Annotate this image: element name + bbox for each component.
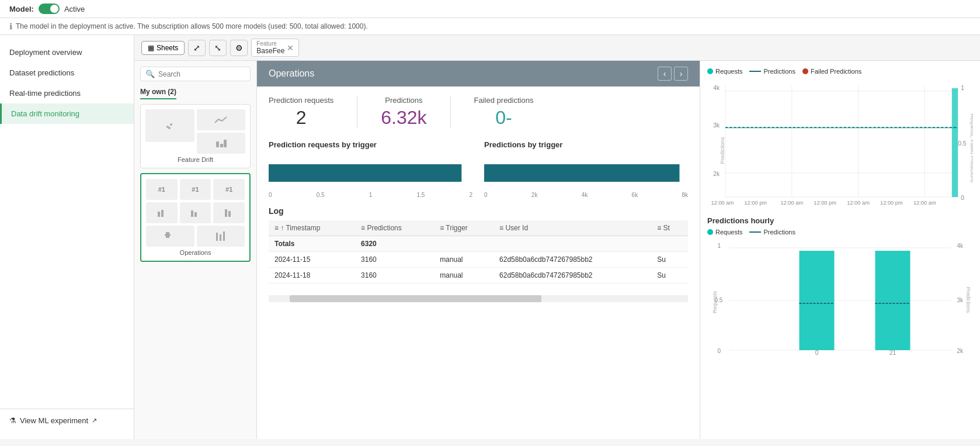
- svg-text:Requests: Requests: [712, 291, 718, 313]
- svg-text:3k: 3k: [713, 122, 720, 129]
- svg-rect-14: [223, 231, 225, 241]
- flask-icon: ⚗: [9, 416, 16, 425]
- axis-0: 0: [269, 192, 272, 198]
- model-label: Model:: [9, 5, 34, 13]
- svg-rect-12: [216, 233, 218, 241]
- content-area: ▦ Sheets ⤢ ⤡ ⚙ Feature BaseFee ✕ 🔍: [134, 35, 980, 439]
- time-series-chart: 4k 3k 2k 1 0.5 0 Predictions Requests, F…: [707, 78, 973, 207]
- svg-text:4k: 4k: [713, 85, 720, 91]
- info-bar: ℹ The model in the deployment is active.…: [0, 18, 980, 35]
- col-timestamp[interactable]: ≡ ↑ Timestamp: [269, 220, 355, 236]
- svg-text:3k: 3k: [957, 297, 964, 303]
- horizontal-scrollbar[interactable]: [269, 295, 688, 302]
- axis-p4k: 4k: [582, 192, 588, 198]
- svg-text:Requests, Failed Predictions: Requests, Failed Predictions: [969, 113, 973, 183]
- info-text: The model in the deployment is active. T…: [16, 22, 368, 30]
- svg-text:12:00 am: 12:00 am: [847, 200, 870, 206]
- row1-timestamp: 2024-11-15: [269, 252, 355, 268]
- sort-icon: ≡ ↑: [274, 224, 284, 232]
- svg-rect-11: [228, 211, 231, 217]
- predictions-stat: Predictions 6.32k: [381, 96, 426, 129]
- puzzle-icon-cell: [146, 226, 194, 247]
- col-status-icon: ≡: [657, 224, 661, 232]
- svg-text:12:00 pm: 12:00 pm: [744, 200, 767, 206]
- sidebar-item-realtime-predictions[interactable]: Real-time predictions: [0, 83, 134, 103]
- sheets-button[interactable]: ▦ Sheets: [141, 41, 185, 55]
- col-predictions[interactable]: ≡ Predictions: [355, 220, 434, 236]
- svg-text:Predictions: Predictions: [965, 287, 971, 313]
- svg-text:0.5: 0.5: [958, 140, 967, 147]
- axis-2: 2: [469, 192, 472, 198]
- sidebar: Deployment overview Dataset predictions …: [0, 35, 134, 439]
- svg-text:2k: 2k: [957, 348, 964, 354]
- sidebar-item-deployment-overview[interactable]: Deployment overview: [0, 42, 134, 63]
- col-status[interactable]: ≡ St: [651, 220, 688, 236]
- search-box[interactable]: 🔍: [140, 67, 251, 81]
- feature-tab[interactable]: Feature BaseFee ✕: [251, 39, 299, 57]
- model-status: Active: [64, 5, 85, 13]
- tab-close-button[interactable]: ✕: [287, 43, 294, 53]
- right-panel: Requests Predictions Failed Predictions: [700, 61, 980, 439]
- axis-p8k: 8k: [682, 192, 688, 198]
- requests-legend-dot: [707, 68, 713, 74]
- move-tool-button[interactable]: ⤡: [209, 40, 227, 56]
- table-row: 2024-11-15 3160 manual 62d58b0a6cdb74726…: [269, 252, 688, 268]
- ops-bar3-icon-cell: [213, 202, 245, 223]
- totals-row: Totals 6320: [269, 236, 688, 252]
- model-toggle[interactable]: [39, 4, 60, 14]
- operations-label: Operations: [146, 249, 245, 256]
- svg-rect-9: [194, 212, 197, 217]
- main-panel: Operations ‹ › Prediction requests 2: [257, 61, 700, 439]
- hourly-chart-container: 1 0.5 0 4k 3k 2k Requests Predictions: [707, 239, 973, 356]
- prediction-requests-trigger-chart: Prediction requests by trigger 0 0.5 1 1…: [269, 140, 472, 195]
- nav-next-button[interactable]: ›: [674, 67, 688, 81]
- col-predictions-icon: ≡: [361, 224, 365, 232]
- svg-text:12:00 am: 12:00 am: [913, 200, 936, 206]
- svg-rect-60: [800, 251, 835, 350]
- sidebar-bottom: ⚗ View ML experiment ↗: [0, 409, 134, 432]
- view-ml-experiment-link[interactable]: ⚗ View ML experiment ↗: [9, 416, 124, 425]
- log-table: ≡ ↑ Timestamp ≡ Predictions ≡: [269, 220, 688, 283]
- col-trigger[interactable]: ≡ Trigger: [434, 220, 494, 236]
- num3-icon-cell: #1: [213, 179, 245, 200]
- sheet-cards: Feature Drift #1 #1 #1: [140, 104, 251, 262]
- svg-rect-7: [161, 210, 164, 217]
- svg-text:0: 0: [815, 350, 819, 356]
- sidebar-item-data-drift[interactable]: Data drift monitoring: [0, 103, 134, 124]
- svg-text:Predictions: Predictions: [720, 137, 725, 164]
- settings-tool-button[interactable]: ⚙: [230, 40, 248, 56]
- feature-drift-card[interactable]: Feature Drift: [140, 104, 251, 168]
- sidebar-item-dataset-predictions[interactable]: Dataset predictions: [0, 63, 134, 83]
- select-tool-button[interactable]: ⤢: [188, 40, 206, 56]
- row2-predictions: 3160: [355, 268, 434, 283]
- ops-bar2-icon-cell: [180, 202, 211, 223]
- operations-card[interactable]: #1 #1 #1: [140, 173, 251, 262]
- prediction-requests-stat: Prediction requests 2: [269, 96, 333, 129]
- svg-text:0: 0: [718, 348, 721, 354]
- search-input[interactable]: [158, 70, 245, 78]
- failed-legend-dot: [802, 68, 808, 74]
- row2-userid: 62d58b0a6cdb747267985bb2: [494, 268, 651, 283]
- svg-point-2: [168, 127, 171, 129]
- svg-text:1: 1: [718, 243, 721, 249]
- search-icon: 🔍: [145, 70, 155, 78]
- svg-text:12:00 pm: 12:00 pm: [814, 200, 836, 206]
- totals-value: 6320: [355, 236, 434, 252]
- svg-text:1: 1: [961, 85, 964, 91]
- svg-rect-4: [220, 144, 223, 147]
- feature-drift-label: Feature Drift: [145, 156, 245, 163]
- svg-rect-6: [158, 212, 160, 217]
- svg-text:0: 0: [961, 195, 964, 201]
- hourly-chart-section: Predictions hourly Requests Predictions: [707, 216, 973, 356]
- nav-prev-button[interactable]: ‹: [658, 67, 672, 81]
- row1-predictions: 3160: [355, 252, 434, 268]
- failed-predictions-stat: Failed predictions 0-: [474, 96, 534, 129]
- svg-rect-13: [220, 234, 221, 241]
- predictions-legend-dash: [749, 71, 761, 72]
- num1-icon-cell: #1: [146, 179, 178, 200]
- svg-point-1: [170, 123, 172, 126]
- row2-trigger: manual: [434, 268, 494, 283]
- col-user-id[interactable]: ≡ User Id: [494, 220, 651, 236]
- hourly-legend: Requests Predictions: [707, 229, 973, 236]
- line-chart-icon-cell: [197, 109, 246, 130]
